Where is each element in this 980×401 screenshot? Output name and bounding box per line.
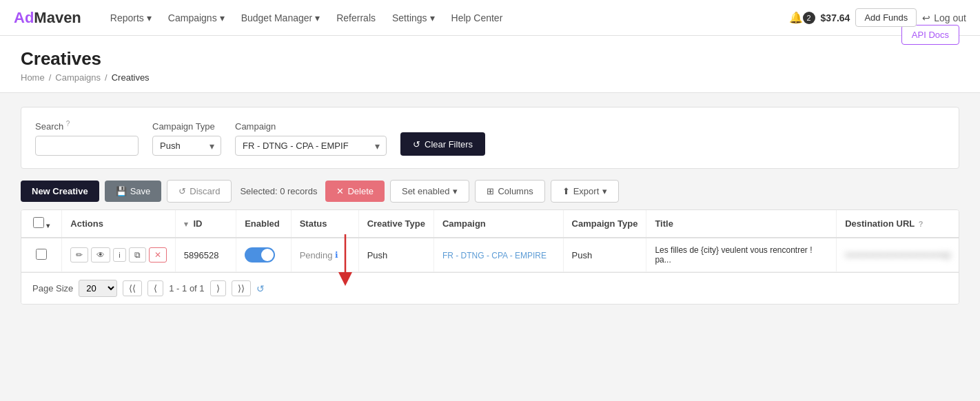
discard-icon: ↺ <box>178 186 186 196</box>
nav-budget-manager[interactable]: Budget Manager <box>233 0 329 36</box>
toolbar: New Creative 💾 Save ↺ Discard Selected: … <box>21 180 959 203</box>
campaign-type-filter-group: Campaign Type Push Native Display Video <box>152 121 221 156</box>
grid-icon: ⊞ <box>487 186 494 196</box>
info-button[interactable]: i <box>113 248 125 262</box>
page-title: Creatives <box>21 48 959 70</box>
logout-button[interactable]: ↩ Log out <box>922 12 966 23</box>
row-checkbox-cell <box>21 238 62 272</box>
last-page-button[interactable]: ⟩⟩ <box>232 280 251 296</box>
view-button[interactable]: 👁 <box>91 247 110 263</box>
campaign-type-select[interactable]: Push Native Display Video <box>152 136 221 156</box>
balance-display: $37.64 <box>821 12 850 23</box>
nav-campaigns[interactable]: Campaigns <box>160 0 233 36</box>
nav-settings[interactable]: Settings <box>384 0 443 36</box>
pagination-bar: Page Size 10 20 50 100 ⟨⟨ ⟨ 1 - 1 of 1 ⟩… <box>21 272 959 304</box>
page-size-select[interactable]: 10 20 50 100 <box>79 280 117 297</box>
campaign-filter-group: Campaign FR - DTNG - CPA - EMPIF <box>235 121 387 156</box>
row-select-checkbox[interactable] <box>36 249 47 260</box>
navbar: AdMaven Reports Campaigns Budget Manager… <box>0 0 980 36</box>
cloud-upload-icon: ⬆ <box>562 186 570 196</box>
breadcrumb: Home / Campaigns / Creatives <box>21 72 959 83</box>
row-id-cell: 5896528 <box>175 238 236 272</box>
table-header-row: ▾ Actions ▾ ID Enabled Sta <box>21 210 959 238</box>
breadcrumb-sep: / <box>49 72 52 83</box>
enabled-toggle[interactable] <box>245 247 275 263</box>
status-info-icon[interactable]: ℹ <box>335 250 338 260</box>
notifications[interactable]: 🔔 2 <box>789 11 815 24</box>
chevron-down-icon[interactable]: ▾ <box>46 222 50 229</box>
brand-logo[interactable]: AdMaven <box>14 9 81 27</box>
row-title-cell: Les filles de {city} veulent vous rencon… <box>646 238 837 272</box>
breadcrumb-campaigns[interactable]: Campaigns <box>55 72 101 83</box>
row-creative-type-cell: Push <box>358 238 433 272</box>
th-destination-url: Destination URL ? <box>837 210 959 238</box>
breadcrumb-current: Creatives <box>112 72 150 83</box>
chevron-down-icon <box>147 12 152 23</box>
th-title: Title <box>646 210 837 238</box>
first-page-button[interactable]: ⟨⟨ <box>123 280 142 296</box>
search-input[interactable] <box>35 136 139 156</box>
clear-filters-button[interactable]: ↺ Clear Filters <box>400 132 485 156</box>
campaign-link[interactable]: FR - DTNG - CPA - EMPIRE <box>442 251 547 260</box>
page-info: 1 - 1 of 1 <box>169 283 204 294</box>
next-page-button[interactable]: ⟩ <box>210 280 226 296</box>
prev-page-button[interactable]: ⟨ <box>147 280 163 296</box>
notification-badge: 2 <box>803 12 815 24</box>
select-all-checkbox[interactable] <box>33 217 44 228</box>
filter-bar: Search ? Campaign Type Push Native Displ… <box>21 107 959 169</box>
delete-button[interactable]: ✕ Delete <box>325 181 385 202</box>
th-id[interactable]: ▾ ID <box>175 210 236 238</box>
brand-maven: Maven <box>34 9 81 26</box>
nav-reports[interactable]: Reports <box>102 0 160 36</box>
breadcrumb-sep2: / <box>105 72 108 83</box>
th-enabled: Enabled <box>236 210 292 238</box>
discard-button[interactable]: ↺ Discard <box>167 180 232 203</box>
row-status-cell: Pending ℹ <box>291 238 358 272</box>
campaign-type-label: Campaign Type <box>152 121 221 132</box>
search-filter-group: Search ? <box>35 120 139 156</box>
th-campaign-type: Campaign Type <box>563 210 646 238</box>
refresh-button[interactable]: ↺ <box>256 283 265 294</box>
save-button[interactable]: 💾 Save <box>105 181 162 202</box>
search-help-icon: ? <box>66 120 70 127</box>
th-status: Status <box>291 210 358 238</box>
row-campaign-cell: FR - DTNG - CPA - EMPIRE <box>433 238 563 272</box>
destination-url-value: ••••••••••••••••••••••••••••••••••td <box>845 251 950 260</box>
status-badge: Pending ℹ <box>300 250 350 260</box>
th-actions: Actions <box>62 210 175 238</box>
breadcrumb-home[interactable]: Home <box>21 72 45 83</box>
nav-referrals[interactable]: Referrals <box>328 0 384 36</box>
creatives-table-wrapper: ▾ Actions ▾ ID Enabled Sta <box>21 209 959 305</box>
chevron-down-icon <box>430 12 435 23</box>
selected-info: Selected: 0 records <box>237 186 320 196</box>
sort-icon: ▾ <box>184 220 188 228</box>
duplicate-button[interactable]: ⧉ <box>129 247 146 263</box>
page-size-label: Page Size <box>32 283 73 294</box>
help-icon: ? <box>919 220 923 228</box>
action-buttons: ✏ 👁 i ⧉ ✕ <box>70 247 166 263</box>
brand-ad: Ad <box>14 9 34 26</box>
export-button[interactable]: ⬆ Export ▾ <box>551 180 620 203</box>
bell-icon: 🔔 <box>789 11 803 24</box>
campaign-select[interactable]: FR - DTNG - CPA - EMPIF <box>235 136 387 156</box>
add-funds-button[interactable]: Add Funds <box>855 8 917 27</box>
refresh-icon: ↺ <box>413 139 420 150</box>
chevron-down-icon <box>220 12 225 23</box>
columns-button[interactable]: ⊞ Columns <box>475 180 544 203</box>
toggle-knob <box>261 249 274 261</box>
search-label: Search ? <box>35 120 139 132</box>
nav-help-center[interactable]: Help Center <box>443 0 511 36</box>
edit-button[interactable]: ✏ <box>70 247 88 263</box>
new-creative-button[interactable]: New Creative <box>21 181 99 202</box>
logout-icon: ↩ <box>922 12 930 23</box>
set-enabled-button[interactable]: Set enabled ▾ <box>390 180 469 203</box>
row-destination-url-cell: ••••••••••••••••••••••••••••••••••td <box>837 238 959 272</box>
th-campaign: Campaign <box>433 210 563 238</box>
chevron-down-icon <box>315 12 320 23</box>
api-docs-button[interactable]: API Docs <box>901 25 959 45</box>
save-icon: 💾 <box>116 186 127 196</box>
x-icon: ✕ <box>336 186 344 196</box>
campaign-type-select-wrapper: Push Native Display Video <box>152 136 221 156</box>
row-delete-button[interactable]: ✕ <box>149 247 167 263</box>
content: Search ? Campaign Type Push Native Displ… <box>0 93 980 318</box>
